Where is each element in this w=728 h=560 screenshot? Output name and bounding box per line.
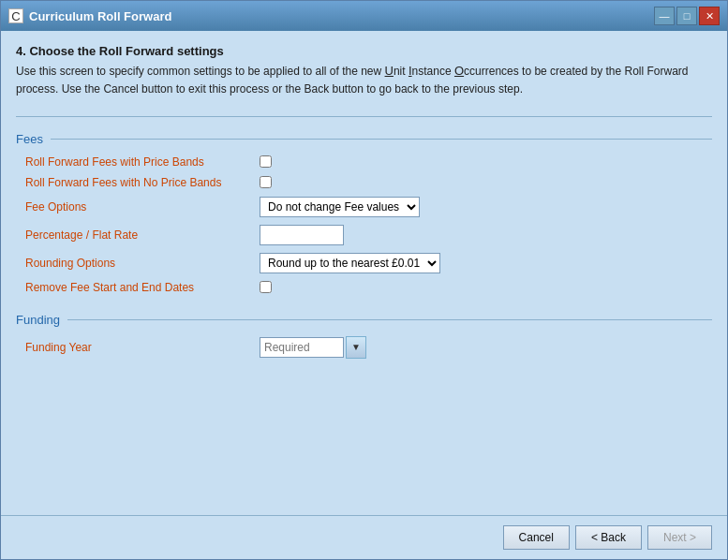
fees-section: Fees Roll Forward Fees with Price Bands … bbox=[16, 132, 712, 294]
window-title: Curriculum Roll Forward bbox=[29, 9, 171, 23]
minimize-button[interactable]: — bbox=[654, 7, 675, 25]
header-separator bbox=[16, 116, 712, 117]
funding-section: Funding Funding Year ▼ bbox=[16, 313, 712, 359]
funding-year-row: Funding Year ▼ bbox=[25, 336, 712, 359]
rounding-options-select[interactable]: Round up to the nearest £0.01 Round up t… bbox=[260, 253, 440, 273]
fees-form-grid: Roll Forward Fees with Price Bands Roll … bbox=[16, 155, 712, 294]
footer: Cancel < Back Next > bbox=[1, 515, 727, 559]
fee-options-select[interactable]: Do not change Fee values Increase by Per… bbox=[260, 197, 420, 217]
step-description-line2: process. Use the Cancel button to exit t… bbox=[16, 81, 712, 97]
content-area: 4. Choose the Roll Forward settings Use … bbox=[1, 31, 727, 515]
funding-legend-line bbox=[67, 319, 712, 320]
title-bar: C Curriculum Roll Forward — □ ✕ bbox=[1, 1, 727, 31]
remove-fee-dates-checkbox[interactable] bbox=[260, 281, 272, 293]
rounding-options-label: Rounding Options bbox=[25, 257, 250, 270]
remove-fee-dates-control bbox=[260, 281, 272, 293]
percentage-flat-rate-input[interactable] bbox=[260, 225, 344, 245]
fees-legend-label: Fees bbox=[16, 132, 43, 146]
rounding-options-control: Round up to the nearest £0.01 Round up t… bbox=[260, 253, 440, 273]
roll-forward-no-price-bands-row: Roll Forward Fees with No Price Bands bbox=[25, 176, 712, 189]
roll-forward-price-bands-label: Roll Forward Fees with Price Bands bbox=[25, 155, 250, 169]
fee-options-label: Fee Options bbox=[25, 200, 250, 214]
step-header: 4. Choose the Roll Forward settings Use … bbox=[16, 44, 712, 97]
roll-forward-price-bands-checkbox[interactable] bbox=[260, 155, 272, 168]
remove-fee-dates-label: Remove Fee Start and End Dates bbox=[25, 281, 250, 294]
funding-form-grid: Funding Year ▼ bbox=[16, 336, 712, 359]
remove-fee-dates-row: Remove Fee Start and End Dates bbox=[25, 281, 712, 294]
percentage-flat-rate-row: Percentage / Flat Rate bbox=[25, 225, 712, 245]
roll-forward-price-bands-row: Roll Forward Fees with Price Bands bbox=[25, 155, 712, 169]
percentage-flat-rate-label: Percentage / Flat Rate bbox=[25, 228, 250, 242]
cancel-button[interactable]: Cancel bbox=[503, 525, 570, 550]
roll-forward-no-price-bands-label: Roll Forward Fees with No Price Bands bbox=[25, 176, 250, 189]
step-title: 4. Choose the Roll Forward settings bbox=[16, 44, 712, 58]
next-button[interactable]: Next > bbox=[647, 525, 712, 550]
fee-options-control: Do not change Fee values Increase by Per… bbox=[260, 197, 420, 217]
window-icon: C bbox=[8, 8, 23, 23]
funding-year-input[interactable] bbox=[260, 337, 344, 358]
window-icon-letter: C bbox=[11, 9, 20, 23]
back-button[interactable]: < Back bbox=[575, 525, 642, 550]
title-bar-buttons: — □ ✕ bbox=[654, 7, 720, 25]
step-description-line1: Use this screen to specify common settin… bbox=[16, 62, 712, 81]
funding-year-label: Funding Year bbox=[25, 341, 250, 354]
roll-forward-price-bands-control bbox=[260, 155, 272, 168]
funding-legend: Funding bbox=[16, 313, 712, 327]
rounding-options-row: Rounding Options Round up to the nearest… bbox=[25, 253, 712, 273]
funding-year-wrap: ▼ bbox=[260, 336, 366, 359]
funding-legend-label: Funding bbox=[16, 313, 60, 327]
roll-forward-no-price-bands-control bbox=[260, 176, 272, 188]
content-spacer bbox=[16, 377, 712, 503]
close-button[interactable]: ✕ bbox=[699, 7, 720, 25]
fees-legend-line bbox=[51, 139, 712, 140]
fee-options-row: Fee Options Do not change Fee values Inc… bbox=[25, 197, 712, 217]
percentage-flat-rate-control bbox=[260, 225, 344, 245]
main-window: C Curriculum Roll Forward — □ ✕ 4. Choos… bbox=[0, 0, 728, 560]
maximize-button[interactable]: □ bbox=[676, 7, 697, 25]
roll-forward-no-price-bands-checkbox[interactable] bbox=[260, 176, 272, 188]
fees-legend: Fees bbox=[16, 132, 712, 146]
funding-year-dropdown-button[interactable]: ▼ bbox=[346, 336, 366, 359]
title-bar-left: C Curriculum Roll Forward bbox=[8, 8, 171, 23]
